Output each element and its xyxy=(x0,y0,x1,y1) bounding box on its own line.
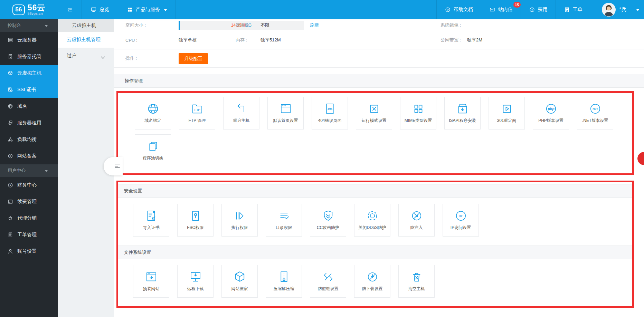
panel-collapse-handle[interactable] xyxy=(104,157,123,175)
tile-exec-permission[interactable]: 执行权限 xyxy=(221,204,258,237)
tile-label: 执行权限 xyxy=(231,225,248,231)
cloud-server-icon xyxy=(7,37,13,43)
section-title-operation-manage: 操作管理 xyxy=(114,74,644,88)
tile-anti-download[interactable]: 防下载设置 xyxy=(354,265,390,298)
unread-count-badge: 15 xyxy=(513,2,521,8)
box-x-icon xyxy=(367,101,381,117)
tile-ddos-off[interactable]: 关闭DDoS防护 xyxy=(354,204,390,237)
globe-icon xyxy=(7,103,13,109)
user-caret-icon xyxy=(636,9,639,12)
sidebar-item-server-hosting[interactable]: 服务器托管 xyxy=(0,48,58,65)
svg-text:404: 404 xyxy=(328,107,332,111)
topbar-menu-products[interactable]: 产品与服务 xyxy=(118,0,176,19)
svg-text:?: ? xyxy=(447,8,448,11)
tile-label: 默认首页设置 xyxy=(273,118,298,124)
browser-icon xyxy=(278,101,293,117)
sidebar-item-load-balance[interactable]: 负载均衡 xyxy=(0,131,58,148)
play-square-icon xyxy=(500,101,514,117)
sub-sidebar-item-transfer[interactable]: 过户 xyxy=(58,48,114,64)
cert-import-icon xyxy=(144,208,159,224)
highlight-box-operations: 域名绑定FTPFTP 管理重启主机默认首页设置404404错误页面运行模式设置M… xyxy=(116,91,634,175)
logo[interactable]: 56 56云 56vps.cn xyxy=(0,0,58,19)
user-menu[interactable]: *兵 xyxy=(594,0,644,19)
install-box-icon xyxy=(455,101,470,117)
sidebar-item-cloud-server[interactable]: 云服务器 xyxy=(0,32,58,48)
tile-restart-host[interactable]: 重启主机 xyxy=(223,97,259,129)
operation-label: 操作 : xyxy=(125,55,137,61)
upgrade-config-button[interactable]: 升级配置 xyxy=(179,53,208,64)
tile-ftp-manage[interactable]: FTPFTP 管理 xyxy=(179,97,215,129)
sidebar-item-renewal[interactable]: 续费管理 xyxy=(0,193,58,210)
topbar-help-docs-button[interactable]: ?帮助文档 xyxy=(436,0,481,19)
cpu-value: 独享单核 xyxy=(179,37,197,43)
sidebar-item-ssl-cert[interactable]: SSL证书 xyxy=(0,81,58,98)
tile-label: FTP 管理 xyxy=(189,118,206,124)
tile-site-move[interactable]: 网站搬家 xyxy=(221,265,258,298)
svg-text:FTP: FTP xyxy=(194,108,200,112)
no-inject-icon xyxy=(409,208,424,224)
tile-run-mode[interactable]: 运行模式设置 xyxy=(356,97,392,129)
memory-label: 内存 : xyxy=(236,37,247,43)
sidebar-item-finance-center[interactable]: ¥财务中心 xyxy=(0,177,58,193)
svg-text:NET: NET xyxy=(593,107,598,111)
tile-dir-permission[interactable]: 目录权限 xyxy=(266,204,302,237)
tile-net-version[interactable]: NET.NET版本设置 xyxy=(577,97,613,129)
tile-label: 预装网站 xyxy=(143,286,160,292)
grid4-icon xyxy=(411,101,426,117)
tile-zip-unzip[interactable]: 压缩解压缩 xyxy=(266,265,302,298)
tile-label: 301重定向 xyxy=(497,118,516,124)
tile-clear-host[interactable]: 清空主机 xyxy=(398,265,435,298)
sidebar-group-user-center[interactable]: 用户中心 xyxy=(0,164,58,177)
sub-sidebar-item-vhost-manage[interactable]: 云虚拟主机管理 xyxy=(58,32,114,48)
sidebar-item-account-settings[interactable]: 账号设置 xyxy=(0,243,58,260)
sidebar-item-domain[interactable]: 域名 xyxy=(0,98,58,115)
info-row-cpu: CPU : 独享单核 内存 : 独享512M 公网带宽 : 独享2M xyxy=(114,31,644,49)
exec-play-icon xyxy=(233,208,247,224)
tile-label: 运行模式设置 xyxy=(362,118,387,124)
tile-redirect-301[interactable]: 301重定向 xyxy=(489,97,525,129)
menu-label: 帮助文档 xyxy=(454,7,473,13)
tile-preinstall-site[interactable]: 预装网站 xyxy=(133,265,169,298)
topbar-tickets-button[interactable]: 工单 xyxy=(556,0,590,19)
connections-value: 不限 xyxy=(261,22,269,28)
bandwidth-value: 独享2M xyxy=(467,37,482,43)
bandwidth-label: 公网带宽 : xyxy=(441,37,461,43)
topbar-fees-button[interactable]: ¥费用 xyxy=(521,0,556,19)
sidebar-group-console[interactable]: 控制台 xyxy=(0,19,58,32)
connections-label: 连接数 : xyxy=(236,22,252,28)
tile-cc-protection[interactable]: CC攻击防护 xyxy=(310,204,346,237)
tile-domain-bind[interactable]: 域名绑定 xyxy=(135,97,171,129)
tile-ip-access[interactable]: IPIP访问设置 xyxy=(443,204,479,237)
key-box-icon xyxy=(188,208,203,224)
tile-fso-permission[interactable]: FSO权限 xyxy=(177,204,214,237)
sidebar-item-website-beian[interactable]: 备网站备案 xyxy=(0,148,58,164)
tile-row: 域名绑定FTPFTP 管理重启主机默认首页设置404404错误页面运行模式设置M… xyxy=(135,97,632,129)
tile-error-404[interactable]: 404404错误页面 xyxy=(312,97,348,129)
sidebar-item-ticket-manage[interactable]: 工单管理 xyxy=(0,227,58,243)
topbar-menu-overview[interactable]: 总览 xyxy=(82,0,118,19)
sidebar-item-server-rental[interactable]: 服务器租用 xyxy=(0,115,58,131)
sub-sidebar-title: 云虚拟主机 xyxy=(58,19,114,32)
tile-remote-download[interactable]: 远程下载 xyxy=(177,265,214,298)
tile-php-version[interactable]: phpPHP版本设置 xyxy=(533,97,569,129)
tile-anti-hotlink[interactable]: 防盗链设置 xyxy=(310,265,346,298)
refresh-link[interactable]: 刷新 xyxy=(310,22,319,28)
menu-fold-icon xyxy=(67,7,73,13)
tile-label: 导入证书 xyxy=(143,225,160,231)
tile-app-pool-switch[interactable]: 程序池切换 xyxy=(135,134,171,167)
sidebar-item-label: 云虚拟主机 xyxy=(17,70,41,76)
tile-label: 压缩解压缩 xyxy=(274,286,294,292)
menu-collapse-button[interactable] xyxy=(58,0,82,19)
tile-isapi-install[interactable]: ISAPI程序安装 xyxy=(444,97,481,129)
tile-import-cert[interactable]: 导入证书 xyxy=(133,204,169,237)
tile-anti-injection[interactable]: 防注入 xyxy=(398,204,435,237)
tile-default-index[interactable]: 默认首页设置 xyxy=(267,97,304,129)
space-usage-fill xyxy=(179,21,180,30)
sidebar-item-agent-resell[interactable]: 代理分销 xyxy=(0,210,58,227)
sidebar-item-label: 账号设置 xyxy=(17,248,37,254)
sidebar-item-label: 云服务器 xyxy=(17,37,37,43)
sidebar-item-cloud-vhost[interactable]: 云虚拟主机 xyxy=(0,65,58,81)
topbar-site-mail-button[interactable]: 站内信15 xyxy=(481,0,521,19)
sub-sidebar-items: 云虚拟主机管理过户 xyxy=(58,32,114,64)
tile-mime-type[interactable]: MIME类型设置 xyxy=(400,97,436,129)
